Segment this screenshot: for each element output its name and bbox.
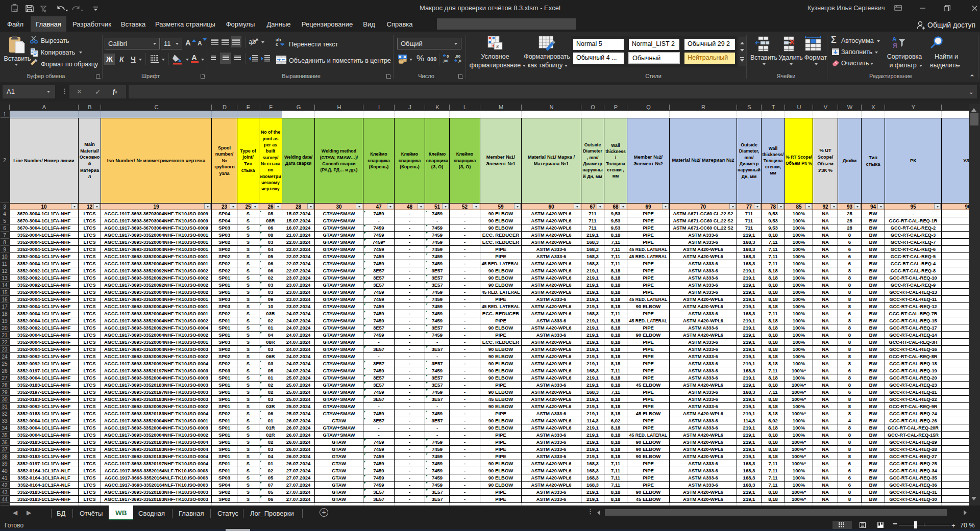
svg-text:А: А bbox=[892, 36, 897, 43]
svg-text:,00: ,00 bbox=[443, 59, 449, 63]
svg-text:0: 0 bbox=[447, 54, 449, 59]
svg-text:Я: Я bbox=[893, 42, 897, 49]
svg-text:c: c bbox=[276, 42, 278, 47]
svg-text:≠: ≠ bbox=[496, 43, 499, 49]
svg-text:,00: ,00 bbox=[455, 54, 461, 59]
svg-text:,0: ,0 bbox=[458, 59, 461, 63]
